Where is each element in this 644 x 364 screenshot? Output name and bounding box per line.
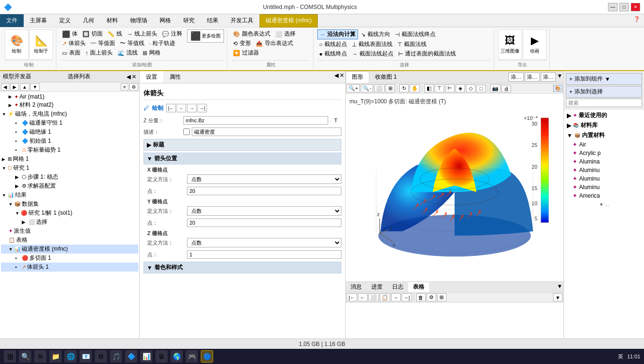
table-next-btn[interactable]: → xyxy=(391,293,401,301)
view-front-btn[interactable]: ◧ xyxy=(424,84,434,92)
back-btn[interactable]: ◀ xyxy=(1,83,9,91)
vp-add3-icon[interactable]: 添… xyxy=(541,73,556,82)
snapshot-btn[interactable]: 📷 xyxy=(490,84,501,92)
mat-item-aluminu3[interactable]: ✦ Aluminu xyxy=(565,174,643,183)
tree-arrow-mfnc[interactable]: ▼ xyxy=(9,247,13,252)
bottom-tab-log[interactable]: 日志 xyxy=(387,282,408,292)
surface-btn[interactable]: ▭表面 xyxy=(60,48,82,57)
animate-btn[interactable]: ▶ 动画 xyxy=(523,29,546,60)
tree-item-results[interactable]: ▼ 📊 结果 xyxy=(1,191,138,200)
particle-btn[interactable]: ·粒子轨迹 xyxy=(147,39,177,48)
viewport-tab-convergence[interactable]: 收敛图 1 xyxy=(369,72,402,82)
table-grid-btn[interactable]: ⊞ xyxy=(437,293,447,301)
prev-btn[interactable]: ← xyxy=(177,104,186,112)
zoom-in-btn[interactable]: 🔍+ xyxy=(347,84,360,92)
left-panel-expand-icon[interactable]: ✕ xyxy=(132,73,136,80)
tree-item-initval[interactable]: ▪ 🔷 初始值 1 xyxy=(1,136,138,146)
vp-collapse-icon[interactable]: ▼ xyxy=(557,73,563,82)
deform-btn[interactable]: ⟲变形 xyxy=(231,39,253,48)
tree-item-magguard[interactable]: ▪ 🔷 磁通量守恒 1 xyxy=(1,118,138,127)
forward-btn[interactable]: ▶ xyxy=(10,83,19,91)
table-copy-btn[interactable]: 📋 xyxy=(380,293,390,301)
along-direction-btn[interactable]: →沿法向计算 xyxy=(317,29,358,39)
cut-surface-line-btn[interactable]: ⊥截线表面法线 xyxy=(350,40,394,49)
settings-tab[interactable]: 设置 xyxy=(140,71,163,83)
tab-study[interactable]: 研究 xyxy=(177,14,201,27)
tree-arrow-mesh1[interactable]: ▶ xyxy=(2,157,7,162)
contour-line-btn[interactable]: 〜等值线 xyxy=(118,39,146,48)
annotation-btn[interactable]: 💬注释 xyxy=(160,29,184,38)
tree-item-bodyarrow[interactable]: ▪ ↗ 体箭头 1 xyxy=(1,263,138,272)
title-section-header[interactable]: ▶ 标题 xyxy=(143,139,341,151)
color-section-header[interactable]: ▼ 着色和样式 xyxy=(143,262,341,273)
mat-section-library[interactable]: ▶ 📚 材料库 xyxy=(565,120,643,130)
vp-add1-icon[interactable]: 添… xyxy=(509,73,524,82)
z-def-select[interactable]: 点数 坐标 xyxy=(187,238,341,247)
tab-file[interactable]: 文件 xyxy=(0,14,24,27)
zoom-out-btn[interactable]: 🔍- xyxy=(361,84,373,92)
mat-item-alumina[interactable]: ✦ Alumina xyxy=(565,157,643,166)
middle-panel-collapse[interactable]: ◀ xyxy=(334,72,339,82)
tree-item-step1[interactable]: ▶ ⬡ 步骤 1: 稳态 xyxy=(1,173,138,182)
table-first-btn[interactable]: |← xyxy=(347,293,357,301)
colorexpr-btn[interactable]: 🎨颜色表达式 xyxy=(231,29,272,38)
tab-mesh[interactable]: 网格 xyxy=(153,14,177,27)
table-prev-btn[interactable]: ← xyxy=(358,293,367,301)
line-btn[interactable]: 📏线 xyxy=(106,29,124,38)
draw-to-button[interactable]: 📐 绘制于 xyxy=(29,29,53,60)
task-item-7[interactable]: 🖥 xyxy=(155,350,168,363)
cut-end2-btn[interactable]: ●截线终点 xyxy=(317,49,349,58)
vp-add2-icon[interactable]: 添… xyxy=(525,73,540,82)
mat-section-recent[interactable]: ▶ ✦ 最近使用的 xyxy=(565,110,643,120)
tree-item-zeromag[interactable]: ▪ ⚠ 零标量磁势 1 xyxy=(1,146,138,155)
mat-section-builtin[interactable]: ▼ 📦 内置材料 xyxy=(565,130,643,140)
y-points-input[interactable] xyxy=(187,218,341,227)
mat-item-acrylic[interactable]: ✦ Acrylic p xyxy=(565,149,643,157)
tab-define[interactable]: 定义 xyxy=(53,14,77,27)
export-expr-btn[interactable]: 📤导出表达式 xyxy=(254,39,295,48)
table-options-btn[interactable]: ⚙ xyxy=(427,293,436,301)
view-right-btn[interactable]: ⊢ xyxy=(445,84,455,92)
task-item-3[interactable]: ⚙ xyxy=(95,350,107,363)
tree-item-multisurface[interactable]: ▪ 🔴 多切面 1 xyxy=(1,254,138,263)
tree-item-air-mat[interactable]: ▶ ✦ Air (mat1) xyxy=(1,93,138,100)
file-explorer-btn[interactable]: 📁 xyxy=(49,350,62,363)
task-item-2[interactable]: 📧 xyxy=(80,350,92,363)
bottom-tab-message[interactable]: 消息 xyxy=(346,282,367,292)
x-def-select[interactable]: 点数 坐标 xyxy=(187,174,341,184)
select-prop-btn[interactable]: ⬜选择 xyxy=(273,29,297,38)
cut-end-btn[interactable]: ⊣截面法线终点 xyxy=(393,29,438,39)
3d-image-btn[interactable]: 🖼 三维图像 xyxy=(498,29,522,60)
tree-item-mat2[interactable]: ▶ ✦ 材料 2 (mat2) xyxy=(1,100,138,109)
tab-geometry[interactable]: 几何 xyxy=(77,14,100,27)
desc-checkbox[interactable] xyxy=(183,128,190,135)
tree-item-study1[interactable]: ▼ ⬡ 研究 1 xyxy=(1,164,138,173)
up-btn[interactable]: ▲ xyxy=(20,83,29,91)
tab-physics[interactable]: 物理场 xyxy=(124,14,153,27)
task-item-9[interactable]: 🎮 xyxy=(186,350,198,363)
cut-plane-btn[interactable]: 🔲切面 xyxy=(80,29,105,38)
mesh-plot-btn[interactable]: ⊞网格 xyxy=(141,48,162,57)
draw-button[interactable]: 🎨 绘制 xyxy=(5,29,28,60)
start-btn[interactable]: ⊞ xyxy=(4,350,16,363)
cut-surface-btn[interactable]: ⊤截面法线 xyxy=(395,40,429,49)
face-arrow-btn[interactable]: ↑面上箭头 xyxy=(83,48,115,57)
contour-btn[interactable]: 〰等值面 xyxy=(89,39,117,48)
print-btn[interactable]: 🖨 xyxy=(501,85,511,92)
filter-btn[interactable]: 🔽过滤器 xyxy=(231,48,261,57)
first-btn[interactable]: |← xyxy=(166,104,176,112)
minimize-btn[interactable]: — xyxy=(608,3,617,11)
more-plots-btn[interactable]: ⬛ 更多绘图 xyxy=(187,29,224,43)
table-select-btn[interactable]: ⬜ xyxy=(368,293,379,301)
mat-item-air[interactable]: ✦ Air xyxy=(565,140,643,149)
desc-input[interactable] xyxy=(192,127,341,136)
flow-btn[interactable]: 🌊流线 xyxy=(116,48,140,57)
tree-arrow-magfield[interactable]: ▼ xyxy=(2,112,7,117)
mat-item-aluminu4[interactable]: ✦ Aluminu xyxy=(565,183,643,191)
view-top-btn[interactable]: ⊤ xyxy=(435,84,444,92)
mat-item-america[interactable]: ✦ America xyxy=(565,191,643,200)
search-btn[interactable]: 🔍 xyxy=(19,350,31,363)
properties-tab[interactable]: 属性 xyxy=(163,71,187,83)
middle-panel-close[interactable]: ✕ xyxy=(340,72,344,82)
tree-item-mfnc-plot[interactable]: ▼ 📊 磁通密度模 (mfnc) xyxy=(1,245,138,254)
